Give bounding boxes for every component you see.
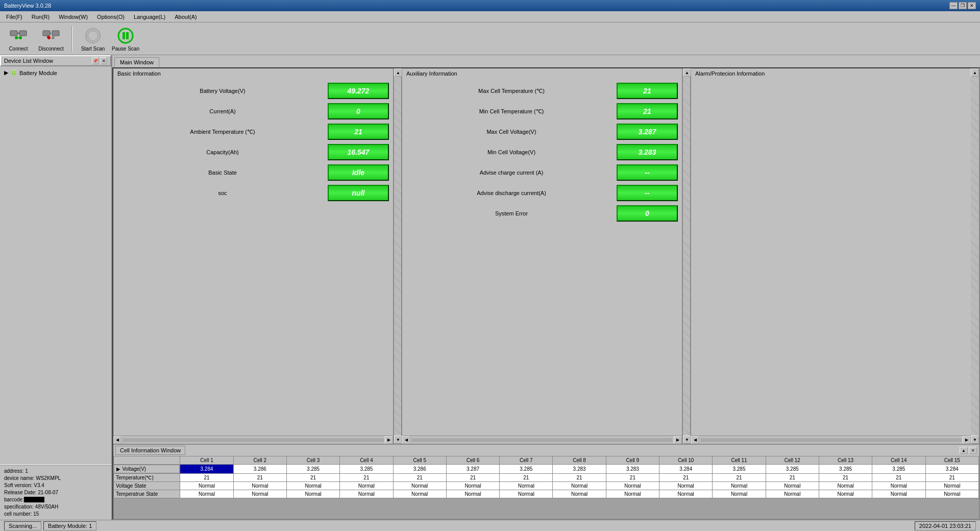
device-list-pin[interactable]: 📌 (92, 57, 99, 64)
tstate-cell8: Normal (553, 490, 606, 498)
field-min-cell-temp: Min Cell Temperature (℃) 21 (406, 103, 678, 119)
basic-hscroll-left[interactable]: ◀ (113, 436, 121, 444)
menu-about[interactable]: About(A) (170, 13, 201, 21)
field-ambient-temp: Ambient Temperature (℃) 21 (117, 124, 389, 140)
basic-vscroll-up[interactable]: ▲ (394, 68, 402, 77)
device-list-close[interactable]: ✕ (100, 57, 107, 64)
tstate-cell4: Normal (340, 490, 393, 498)
tstate-cell3: Normal (286, 490, 339, 498)
cell-table-container[interactable]: Cell 1 Cell 2 Cell 3 Cell 4 Cell 5 Cell … (113, 456, 979, 498)
basic-vscroll-down[interactable]: ▼ (394, 436, 402, 444)
voltage-cell10: 3.284 (659, 465, 713, 474)
basic-vscroll-track[interactable] (394, 77, 401, 436)
temp-state-row-label: Temperatrue State (114, 490, 180, 498)
alarm-hscroll: ◀ ▶ (691, 436, 971, 444)
basic-hscroll-track[interactable] (122, 438, 384, 442)
sections-area: Basic Information Battery Voltage(V) 49.… (112, 67, 980, 520)
system-error-value: 0 (617, 205, 678, 222)
col-cell3: Cell 3 (286, 456, 339, 465)
tstate-cell14: Normal (872, 490, 925, 498)
basic-state-value: Idle (328, 164, 389, 181)
tstate-cell9: Normal (606, 490, 659, 498)
connect-button[interactable]: Connect (4, 26, 33, 52)
battery-module-status: Battery Module: 1 (43, 521, 96, 530)
aux-hscroll-track[interactable] (411, 438, 673, 442)
svg-rect-21 (126, 32, 129, 39)
cell-tab-bar: Cell Information Window ▲ ✕ (113, 445, 979, 456)
field-system-error: System Error 0 (406, 205, 678, 222)
alarm-hscroll-right[interactable]: ▶ (963, 436, 971, 444)
aux-hscroll-right[interactable]: ▶ (674, 436, 682, 444)
tstate-cell2: Normal (233, 490, 286, 498)
menu-options[interactable]: Options(O) (93, 13, 129, 21)
vstate-cell10: Normal (659, 482, 713, 490)
minimize-button[interactable]: — (949, 2, 958, 9)
menu-file[interactable]: File(F) (2, 13, 27, 21)
cell-window-restore[interactable]: ▲ (960, 447, 968, 454)
col-cell1: Cell 1 (180, 456, 233, 465)
menu-window[interactable]: Window(W) (55, 13, 92, 21)
main-tab-bar: Main Window (112, 55, 980, 67)
min-cell-temp-value: 21 (617, 103, 678, 119)
temp-cell14: 21 (872, 474, 925, 482)
info-cell-number: cell number: 15 (4, 511, 107, 518)
col-cell10: Cell 10 (659, 456, 713, 465)
basic-state-label: Basic State (117, 170, 328, 176)
battery-voltage-value: 49.272 (328, 83, 389, 99)
tstate-cell1: Normal (180, 490, 233, 498)
status-bar: Scanning... Battery Module: 1 2022-04-01… (0, 520, 980, 531)
aux-vscroll-up[interactable]: ▲ (683, 68, 691, 77)
pause-scan-icon (115, 26, 136, 46)
cell-window-close[interactable]: ✕ (969, 447, 977, 454)
ambient-temp-value: 21 (328, 124, 389, 140)
voltage-cell4: 3.285 (340, 465, 393, 474)
basic-info-section: Basic Information Battery Voltage(V) 49.… (113, 68, 394, 444)
temp-cell15: 21 (925, 474, 978, 482)
basic-hscroll-right[interactable]: ▶ (385, 436, 393, 444)
vstate-cell15: Normal (925, 482, 978, 490)
left-panel: Device List Window 📌 ✕ ▶ 🔋 Battery Modul… (0, 55, 112, 520)
disconnect-button[interactable]: Disconnect (37, 26, 65, 52)
alarm-info-body (691, 79, 971, 436)
field-battery-voltage: Battery Voltage(V) 49.272 (117, 83, 389, 99)
close-button[interactable]: ✕ (968, 2, 976, 9)
current-value: 0 (328, 103, 389, 119)
col-header-label (114, 456, 180, 465)
advise-discharge-value: -- (617, 185, 678, 201)
main-window-tab[interactable]: Main Window (114, 57, 159, 67)
disconnect-label: Disconnect (38, 46, 63, 52)
start-scan-label: Start Scan (81, 46, 105, 52)
voltage-row-expand[interactable]: ▶ (116, 466, 120, 472)
capacity-value: 16.547 (328, 144, 389, 160)
pause-scan-button[interactable]: Pause Scan (111, 26, 140, 52)
temp-cell12: 21 (766, 474, 819, 482)
alarm-hscroll-track[interactable] (700, 438, 962, 442)
svg-rect-0 (10, 31, 17, 36)
vstate-cell5: Normal (393, 482, 446, 490)
alarm-vscroll-up[interactable]: ▲ (971, 68, 979, 77)
start-scan-button[interactable]: Start Scan (79, 26, 107, 52)
basic-info-title: Basic Information (113, 68, 393, 79)
alarm-vscroll-track[interactable] (971, 77, 979, 436)
voltage-cell15: 3.284 (925, 465, 978, 474)
battery-module-tree-item[interactable]: ▶ 🔋 Battery Module (2, 68, 109, 77)
battery-module-label: Battery Module (19, 70, 57, 76)
vstate-cell3: Normal (286, 482, 339, 490)
alarm-hscroll-left[interactable]: ◀ (691, 436, 699, 444)
cell-info-tab[interactable]: Cell Information Window (115, 446, 185, 455)
aux-hscroll-left[interactable]: ◀ (402, 436, 410, 444)
aux-vscroll-track[interactable] (683, 77, 690, 436)
pause-scan-label: Pause Scan (112, 46, 139, 52)
menu-language[interactable]: Language(L) (130, 13, 169, 21)
alarm-vscroll-down[interactable]: ▼ (971, 436, 979, 444)
temp-cell9: 21 (606, 474, 659, 482)
vstate-cell4: Normal (340, 482, 393, 490)
aux-vscroll-down[interactable]: ▼ (683, 436, 691, 444)
voltage-cell7: 3.285 (500, 465, 553, 474)
voltage-cell11: 3.285 (713, 465, 766, 474)
soc-value: null (328, 185, 389, 201)
restore-button[interactable]: ❐ (959, 2, 967, 9)
tstate-cell15: Normal (925, 490, 978, 498)
system-error-label: System Error (406, 210, 617, 216)
menu-run[interactable]: Run(R) (28, 13, 54, 21)
